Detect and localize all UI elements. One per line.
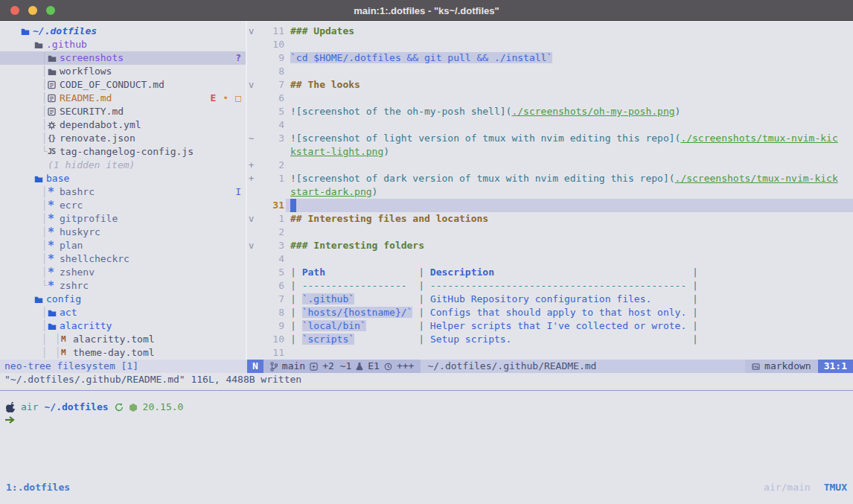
tree-item-dependabot.yml[interactable]: │dependabot.yml (0, 118, 246, 132)
tree-item-.github[interactable]: .github (0, 38, 246, 51)
editor-line[interactable]: +2 (247, 159, 853, 172)
line-number: 1 (253, 172, 284, 185)
tmux-pane-divider[interactable] (0, 390, 853, 391)
line-number: 8 (253, 306, 284, 319)
tree-item-shellcheckrc[interactable]: │*shellcheckrc (0, 252, 246, 266)
tree-indent-guide: │ (42, 118, 48, 132)
syntax-token: ![screenshot of the oh-my-posh shell]( (290, 106, 511, 117)
tree-item-theme-day.toml[interactable]: ││Mtheme-day.toml (0, 346, 246, 360)
tree-item-label: theme-day.toml (73, 346, 155, 360)
editor-line[interactable]: 5![screenshot of the oh-my-posh shell](.… (247, 105, 853, 118)
editor-line[interactable]: 5| Path | Description | (247, 266, 853, 279)
tree-item-tag-changelog-config.js[interactable]: └JStag-changelog-config.js (0, 145, 246, 159)
line-number: 8 (253, 65, 284, 78)
tree-item-ecrc[interactable]: │*ecrc (0, 199, 246, 212)
editor-line[interactable]: 8 (247, 65, 853, 78)
tree-item-label: shellcheckrc (60, 252, 130, 266)
syntax-token: ![screenshot of light version of tmux wi… (290, 133, 680, 144)
editor-line-text: | `scripts` | Setup scripts. | (290, 333, 698, 346)
folder-icon (21, 25, 33, 37)
folder-icon (48, 66, 60, 77)
tree-item-workflows[interactable]: │workflows (0, 65, 246, 78)
tree-item-readme.md[interactable]: │README.mdE•□ (0, 92, 246, 105)
tree-item-base[interactable]: base (0, 172, 246, 185)
editor-pane[interactable]: v11### Updates109`cd $HOME/.dotfiles && … (247, 21, 853, 360)
tree-item-renovate.json[interactable]: │{}renovate.json (0, 132, 246, 145)
tree-item-screenshots[interactable]: │screenshots? (0, 51, 246, 65)
diagnostics-count: E1 (368, 360, 380, 373)
tree-item-1hiddenitem[interactable]: (1 hidden item) (0, 159, 246, 172)
tree-item-act[interactable]: │act (0, 306, 246, 319)
tmux-window-tab[interactable]: 1:.dotfiles (6, 481, 70, 494)
syntax-token: start-dark.png (290, 186, 372, 197)
tree-item-security.md[interactable]: │SECURITY.md (0, 105, 246, 118)
editor-line[interactable]: 4 (247, 118, 853, 132)
cursor-position: 31:1 (818, 360, 853, 373)
tree-item-code_of_conduct.md[interactable]: │CODE_OF_CONDUCT.md (0, 78, 246, 92)
editor-line[interactable]: 6| ------------------ | ----------------… (247, 279, 853, 293)
editor-cursor-line[interactable]: 31 (247, 199, 853, 212)
editor-line[interactable]: v11### Updates (247, 25, 853, 38)
tree-item-alacritty[interactable]: │alacritty (0, 319, 246, 333)
editor-line-text: | `local/bin` | Helper scripts that I've… (290, 319, 698, 333)
line-number: 10 (253, 38, 284, 51)
editor-line[interactable]: v1## Interesting files and locations (247, 212, 853, 226)
tree-item-zshenv[interactable]: │*zshenv (0, 266, 246, 279)
editor-line[interactable]: 4 (247, 252, 853, 266)
syntax-token: `local/bin` (302, 320, 366, 331)
tree-item-config[interactable]: config (0, 293, 246, 306)
gear-icon (48, 119, 60, 131)
editor-line[interactable]: 8| `hosts/{hostname}/` | Configs that sh… (247, 306, 853, 319)
editor-line[interactable]: +1![screenshot of dark version of tmux w… (247, 172, 853, 185)
editor-line-text: `cd $HOME/.dotfiles && git pull && ./ins… (290, 51, 552, 65)
tmux-status-bar: 1:.dotfiles air/main TMUX (0, 481, 853, 494)
tree-item-zshrc[interactable]: └*zshrc (0, 279, 246, 293)
status-badge: □ (235, 92, 241, 105)
syntax-token: | (290, 293, 302, 304)
vim-message-line: "~/.dotfiles/.github/README.md" 116L, 44… (4, 373, 301, 386)
tree-item-label: plan (60, 239, 83, 252)
line-number: 7 (253, 78, 284, 92)
tree-item-bashrc[interactable]: │*bashrcI (0, 185, 246, 199)
editor-line[interactable]: v7## The looks (247, 78, 853, 92)
editor-line[interactable]: 6 (247, 92, 853, 105)
syntax-token (325, 267, 412, 278)
tree-item-huskyrc[interactable]: │*huskyrc (0, 226, 246, 239)
syntax-token: | (290, 267, 302, 278)
tree-item-plan[interactable]: │*plan (0, 239, 246, 252)
editor-line[interactable]: 9`cd $HOME/.dotfiles && git pull && ./in… (247, 51, 853, 65)
shell-input-line[interactable] (4, 414, 15, 427)
editor-line[interactable]: 7| `.github` | GitHub Repository configu… (247, 293, 853, 306)
tree-indent-guide: │ (42, 65, 48, 78)
editor-line[interactable]: 2 (247, 226, 853, 239)
tree-item-gitprofile[interactable]: │*gitprofile (0, 212, 246, 226)
tree-item-label: workflows (60, 65, 112, 78)
tree-item-.dotfiles[interactable]: ~/.dotfiles (0, 25, 246, 38)
syntax-token: | (412, 293, 429, 304)
tree-indent-guide: │ (42, 226, 48, 239)
editor-line[interactable]: kstart-light.png) (247, 145, 853, 159)
tree-indent-guide: │ (55, 333, 61, 346)
syntax-token: ![screenshot of dark version of tmux wit… (290, 173, 675, 184)
editor-line[interactable]: ~3![screenshot of light version of tmux … (247, 132, 853, 145)
neo-tree-panel[interactable]: ~/.dotfiles.github│screenshots?│workflow… (0, 21, 246, 360)
editor-line-text: | `.github` | GitHub Repository configur… (290, 293, 698, 306)
tree-item-alacritty.toml[interactable]: ││Malacritty.toml (0, 333, 246, 346)
markdown-file-icon (752, 363, 760, 371)
editor-line[interactable]: 10 (247, 38, 853, 51)
syntax-token: | (686, 293, 698, 304)
editor-line[interactable]: 9| `local/bin` | Helper scripts that I'v… (247, 319, 853, 333)
editor-line[interactable]: 10| `scripts` | Setup scripts. | (247, 333, 853, 346)
line-number: 6 (253, 92, 284, 105)
editor-line[interactable]: v3### Interesting folders (247, 239, 853, 252)
tree-indent-guide: │ (42, 78, 48, 92)
tree-item-label: CODE_OF_CONDUCT.md (60, 78, 164, 92)
tree-item-label: base (46, 172, 69, 185)
line-number: 9 (253, 319, 284, 333)
tree-indent-guide: │ (42, 266, 48, 279)
editor-line[interactable]: 11 (247, 346, 853, 360)
editor-line-text: kstart-light.png) (290, 145, 389, 159)
tmux-label: TMUX (824, 481, 847, 494)
editor-line[interactable]: start-dark.png) (247, 185, 853, 199)
mode-indicator: N (247, 360, 263, 373)
